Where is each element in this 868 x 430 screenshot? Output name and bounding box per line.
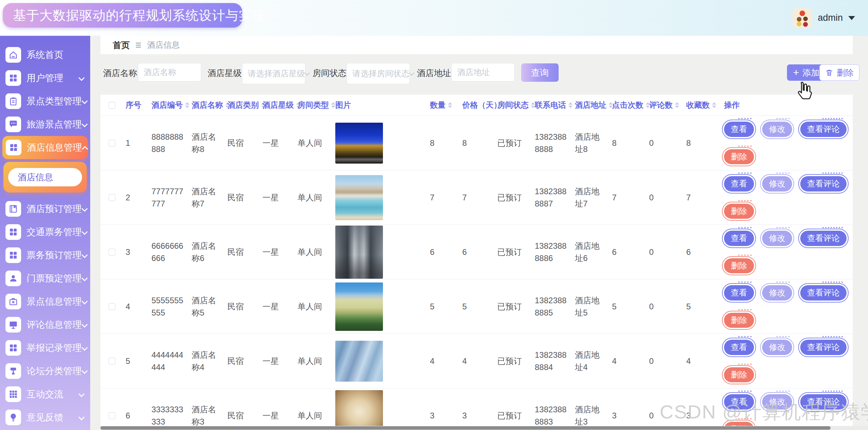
sidebar-item-12[interactable]: 论坛分类管理 <box>0 359 90 383</box>
cell-actions: 查看修改查看评论删除 <box>721 171 853 224</box>
sidebar-item-14[interactable]: 意见反馈 <box>0 406 90 429</box>
column-header: 序号 <box>122 100 148 110</box>
hotel-image[interactable] <box>335 341 383 382</box>
sidebar-item-3[interactable]: 旅游景点管理 <box>0 113 90 136</box>
hotel-name-input[interactable] <box>138 63 201 81</box>
table-header-row: 序号酒店编号酒店名称酒店类别酒店星级房间类型图片数量价格（天）房间状态联系电话酒… <box>100 95 853 116</box>
cell-address: 酒店地址6 <box>572 240 609 264</box>
row-checkbox[interactable] <box>109 412 115 419</box>
row-checkbox[interactable] <box>109 358 115 365</box>
cell-hotel_no: 8888888888 <box>148 131 188 155</box>
breadcrumb: 首页 酒店信息 <box>100 36 853 54</box>
sort-icon[interactable] <box>712 102 716 108</box>
cell-star: 一星 <box>259 410 294 422</box>
book-icon <box>5 201 21 217</box>
cell-clicks: 3 <box>609 410 646 422</box>
chat-icon <box>5 117 21 132</box>
scrollbar-thumb[interactable] <box>100 426 831 430</box>
avatar <box>792 8 812 28</box>
hotel-image[interactable] <box>335 123 383 164</box>
submenu-item[interactable]: 酒店信息 <box>8 168 82 186</box>
column-header: 点击次数 <box>609 100 646 110</box>
hotel-image[interactable] <box>335 226 383 279</box>
edit-button[interactable]: 修改 <box>762 122 792 137</box>
edit-button[interactable]: 修改 <box>762 340 792 355</box>
sidebar-item-2[interactable]: 景点类型管理 <box>0 90 90 113</box>
row-checkbox[interactable] <box>109 303 115 310</box>
sidebar-item-label: 交通票务管理 <box>27 226 82 238</box>
edit-button[interactable]: 修改 <box>762 176 792 191</box>
view-button[interactable]: 查看 <box>724 285 754 301</box>
sidebar-item-label: 举报记录管理 <box>27 342 82 354</box>
cell-actions: 查看修改查看评论删除 <box>721 280 853 333</box>
sidebar-item-4[interactable]: 酒店信息管理 <box>2 136 88 159</box>
breadcrumb-home[interactable]: 首页 <box>113 40 130 51</box>
sidebar-item-8[interactable]: 门票预定管理 <box>0 267 90 290</box>
hotel-image[interactable] <box>335 175 383 220</box>
hotel-image[interactable] <box>335 390 383 430</box>
checkbox-cell <box>105 140 122 147</box>
view-comments-button[interactable]: 查看评论 <box>800 340 847 355</box>
column-header-label: 评论数 <box>649 100 673 110</box>
sort-icon[interactable] <box>675 102 679 108</box>
column-header: 收藏数 <box>683 100 721 110</box>
cell-index: 5 <box>122 355 148 367</box>
chevron-down-icon <box>79 75 84 81</box>
edit-button[interactable]: 修改 <box>762 231 792 246</box>
query-button[interactable]: 查询 <box>521 63 559 82</box>
cell-price: 6 <box>459 246 494 258</box>
sidebar-item-7[interactable]: 票务预订管理 <box>0 244 90 267</box>
cell-favorites: 4 <box>683 355 721 367</box>
row-checkbox[interactable] <box>109 249 115 256</box>
sidebar-item-10[interactable]: 评论信息管理 <box>0 313 90 336</box>
select-all-checkbox[interactable] <box>109 102 115 109</box>
horizontal-scrollbar[interactable] <box>100 426 868 430</box>
view-button[interactable]: 查看 <box>724 122 754 137</box>
delete-button[interactable]: 删除 <box>724 258 754 274</box>
view-button[interactable]: 查看 <box>724 340 754 355</box>
sidebar-item-9[interactable]: 景点信息管理 <box>0 290 90 313</box>
view-comments-button[interactable]: 查看评论 <box>800 176 847 191</box>
sort-icon[interactable] <box>448 102 452 108</box>
delete-button[interactable]: 删除 <box>724 149 754 165</box>
column-header-label: 房间状态 <box>497 100 529 110</box>
view-comments-button[interactable]: 查看评论 <box>800 285 847 301</box>
cell-name: 酒店名称8 <box>188 131 224 155</box>
view-comments-button[interactable]: 查看评论 <box>800 122 847 137</box>
edit-button[interactable]: 修改 <box>762 285 792 301</box>
row-checkbox[interactable] <box>109 140 115 147</box>
cell-phone: 13823888884 <box>531 349 572 373</box>
app-title-banner: 基于大数据驱动的行程规划系统设计与实现 <box>3 3 242 28</box>
sidebar-item-5[interactable]: 酒店预订管理 <box>0 197 90 220</box>
cell-name: 酒店名称3 <box>188 403 224 428</box>
view-button[interactable]: 查看 <box>724 176 754 191</box>
delete-button[interactable]: 删除 <box>724 313 754 328</box>
sidebar-item-13[interactable]: 互动交流 <box>0 383 90 406</box>
clipboard-icon <box>5 93 21 109</box>
sidebar-item-6[interactable]: 交通票务管理 <box>0 220 90 244</box>
view-button[interactable]: 查看 <box>724 231 754 246</box>
column-header-label: 酒店地址 <box>575 100 606 110</box>
hotel-address-label: 酒店地址 <box>417 67 451 79</box>
cell-room_status: 已预订 <box>494 246 531 258</box>
room-status-select[interactable]: 请选择房间状态 <box>347 63 410 84</box>
view-comments-button[interactable]: 查看评论 <box>800 231 847 246</box>
monitor-icon <box>5 317 21 333</box>
chevron-down-icon <box>82 122 87 127</box>
delete-selected-button[interactable]: 删除 <box>819 64 859 81</box>
sidebar-item-1[interactable]: 用户管理 <box>0 66 90 90</box>
row-checkbox[interactable] <box>109 194 115 201</box>
delete-button[interactable]: 删除 <box>724 367 754 383</box>
user-menu[interactable]: admin <box>792 0 855 36</box>
hotel-star-select[interactable]: 请选择酒店星级 <box>242 63 305 84</box>
hotel-address-input[interactable] <box>452 63 514 81</box>
cell-room_type: 单人间 <box>294 301 332 313</box>
sidebar-item-0[interactable]: 系统首页 <box>0 43 90 66</box>
cell-quantity: 4 <box>427 355 459 367</box>
sidebar-item-11[interactable]: 举报记录管理 <box>0 336 90 359</box>
delete-button[interactable]: 删除 <box>724 204 754 219</box>
chevron-down-icon <box>82 322 87 327</box>
hotel-image[interactable] <box>335 282 383 331</box>
main-content: 首页 酒店信息 酒店名称 酒店星级 请选择酒店星级 房间状态 请选择房间状态 酒… <box>100 36 868 430</box>
filter-bar: 酒店名称 酒店星级 请选择酒店星级 房间状态 请选择房间状态 酒店地址 查询 +… <box>100 63 868 84</box>
